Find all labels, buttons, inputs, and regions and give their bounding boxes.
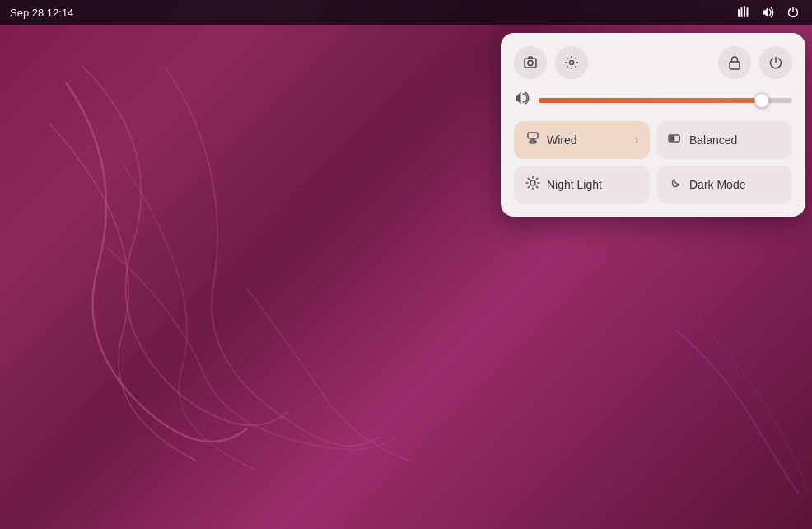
svg-rect-0 xyxy=(738,9,740,17)
svg-point-5 xyxy=(528,61,533,66)
sun-icon xyxy=(525,176,540,194)
network-wired-icon xyxy=(525,131,540,149)
svg-rect-1 xyxy=(741,7,743,17)
volume-thumb xyxy=(754,93,769,108)
volume-track xyxy=(539,98,792,103)
svg-rect-8 xyxy=(528,133,538,138)
svg-point-6 xyxy=(570,61,574,65)
svg-rect-3 xyxy=(747,7,749,17)
balanced-button[interactable]: Balanced xyxy=(656,121,792,159)
settings-button[interactable] xyxy=(555,46,588,79)
night-light-button[interactable]: Night Light xyxy=(514,166,650,204)
network-icon[interactable] xyxy=(735,3,753,21)
svg-rect-4 xyxy=(525,59,536,68)
volume-row xyxy=(514,91,792,110)
night-light-label: Night Light xyxy=(547,178,638,191)
quick-settings-panel: Wired › Balanced Night Light xyxy=(501,33,805,217)
topbar-right xyxy=(735,3,802,21)
power-button[interactable] xyxy=(759,46,792,79)
battery-icon xyxy=(668,131,683,149)
panel-top-left xyxy=(514,46,588,79)
svg-rect-11 xyxy=(670,137,674,141)
screenshot-button[interactable] xyxy=(514,46,547,79)
panel-top-right xyxy=(718,46,792,79)
panel-top-row xyxy=(514,46,792,79)
volume-fill xyxy=(539,98,762,103)
svg-rect-7 xyxy=(730,62,740,69)
wired-button[interactable]: Wired › xyxy=(514,121,650,159)
buttons-grid: Wired › Balanced Night Light xyxy=(514,121,792,204)
lock-button[interactable] xyxy=(718,46,751,79)
datetime: Sep 28 12:14 xyxy=(10,7,73,19)
dark-mode-button[interactable]: Dark Mode xyxy=(656,166,792,204)
volume-slider[interactable] xyxy=(539,98,792,103)
volume-icon[interactable] xyxy=(759,3,777,21)
dark-mode-label: Dark Mode xyxy=(689,178,781,191)
svg-point-12 xyxy=(530,180,535,185)
volume-speaker-icon xyxy=(514,91,530,110)
balanced-label: Balanced xyxy=(689,133,781,147)
topbar: Sep 28 12:14 xyxy=(0,0,812,25)
moon-icon xyxy=(668,176,683,194)
power-icon[interactable] xyxy=(784,3,802,21)
wired-label: Wired xyxy=(547,133,628,147)
chevron-right-icon: › xyxy=(635,134,638,146)
svg-rect-2 xyxy=(744,6,745,17)
